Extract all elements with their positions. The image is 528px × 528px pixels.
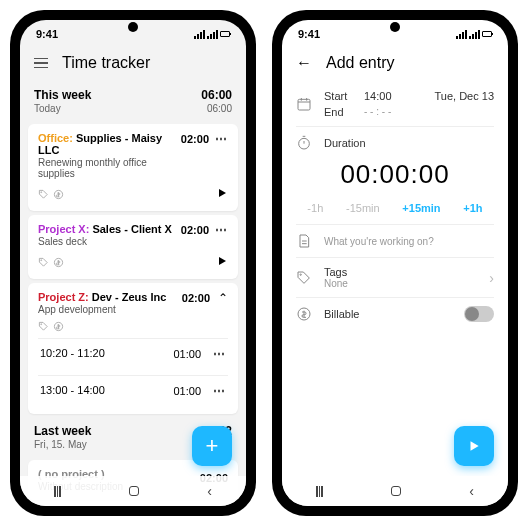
section-title: This week — [34, 88, 91, 102]
billable-icon — [53, 321, 64, 332]
phone-frame-left: 9:41 Time tracker This week Today 06:00 … — [10, 10, 256, 516]
stopwatch-icon — [296, 135, 312, 151]
more-icon[interactable]: ⋯ — [213, 347, 226, 361]
billable-toggle[interactable] — [464, 306, 494, 322]
sub-entry[interactable]: 10:20 - 11:20 01:00 ⋯ — [38, 338, 228, 369]
entry-card-expanded[interactable]: Project Z: Dev - Zeus Inc App developmen… — [28, 283, 238, 414]
chevron-right-icon: › — [489, 270, 494, 286]
entry-title: Project Z: Dev - Zeus Inc — [38, 291, 166, 303]
end-time: - - : - - — [364, 106, 404, 118]
home-button[interactable] — [391, 486, 401, 496]
more-icon[interactable]: ⋯ — [213, 384, 226, 398]
battery-icon — [482, 31, 492, 37]
sub-entry[interactable]: 13:00 - 14:00 01:00 ⋯ — [38, 375, 228, 406]
start-date: Tue, Dec 13 — [404, 90, 494, 102]
entry-desc: Renewing monthly office supplies — [38, 157, 181, 179]
home-button[interactable] — [129, 486, 139, 496]
recents-button[interactable] — [316, 486, 323, 497]
entry-desc: App development — [38, 304, 166, 315]
description-field[interactable]: What you're working on? — [282, 225, 508, 257]
adj-plus-15m[interactable]: +15min — [402, 202, 440, 214]
billable-icon — [296, 306, 312, 322]
tags-field[interactable]: Tags None › — [282, 258, 508, 297]
entry-desc: Sales deck — [38, 236, 172, 247]
description-placeholder: What you're working on? — [324, 236, 434, 247]
chevron-up-icon[interactable]: ⌃ — [218, 291, 228, 305]
duration-label: Duration — [324, 137, 366, 149]
start-label: Start — [324, 90, 364, 102]
svg-point-4 — [41, 324, 42, 325]
svg-point-2 — [41, 259, 42, 260]
adj-minus-15m[interactable]: -15min — [346, 202, 380, 214]
billable-label: Billable — [324, 308, 452, 320]
svg-point-0 — [41, 191, 42, 192]
camera-notch — [128, 22, 138, 32]
app-header: Time tracker — [20, 48, 246, 82]
section-header-thisweek: This week Today 06:00 06:00 — [20, 82, 246, 120]
entry-card[interactable]: Office: Supplies - Maisy LLC Renewing mo… — [28, 124, 238, 211]
play-button[interactable] — [216, 253, 228, 271]
more-icon[interactable]: ⋯ — [215, 223, 228, 237]
wifi-icon — [469, 30, 480, 39]
sub-range: 13:00 - 14:00 — [40, 384, 105, 398]
sub-duration: 01:00 — [173, 348, 201, 360]
note-icon — [296, 233, 312, 249]
billable-icon — [53, 189, 64, 200]
duration-value[interactable]: 00:00:00 — [282, 159, 508, 190]
page-title: Add entry — [326, 54, 394, 72]
section-subtitle: Today — [34, 103, 91, 114]
more-icon[interactable]: ⋯ — [215, 132, 228, 146]
section-total: 06:00 — [201, 88, 232, 102]
tags-value: None — [324, 278, 477, 289]
signal-icon — [456, 30, 467, 39]
signal-icon — [194, 30, 205, 39]
wifi-icon — [207, 30, 218, 39]
back-button[interactable]: ‹ — [207, 483, 212, 499]
datetime-field[interactable]: Start 14:00 Tue, Dec 13 End - - : - - — [282, 82, 508, 126]
menu-icon[interactable] — [34, 58, 48, 69]
recents-button[interactable] — [54, 486, 61, 497]
tag-icon — [38, 257, 49, 268]
billable-field[interactable]: Billable — [282, 298, 508, 330]
entry-title: Project X: Sales - Client X — [38, 223, 172, 235]
tag-icon — [38, 189, 49, 200]
svg-point-8 — [300, 274, 301, 275]
start-timer-fab[interactable] — [454, 426, 494, 466]
back-button[interactable]: ‹ — [469, 483, 474, 499]
section-subtitle: Fri, 15. May — [34, 439, 91, 450]
entry-card[interactable]: Project X: Sales - Client X Sales deck 0… — [28, 215, 238, 279]
billable-icon — [53, 257, 64, 268]
adj-plus-1h[interactable]: +1h — [463, 202, 482, 214]
phone-frame-right: 9:41 ← Add entry Start 14:00 Tue, Dec 13… — [272, 10, 518, 516]
tags-label: Tags — [324, 266, 477, 278]
sub-duration: 01:00 — [173, 385, 201, 397]
back-icon[interactable]: ← — [296, 54, 312, 72]
entry-duration: 02:00 — [182, 292, 210, 304]
camera-notch — [390, 22, 400, 32]
clock: 9:41 — [36, 28, 58, 40]
section-title: Last week — [34, 424, 91, 438]
tag-icon — [296, 270, 312, 286]
section-subtotal: 06:00 — [201, 103, 232, 114]
start-time: 14:00 — [364, 90, 404, 102]
play-button[interactable] — [216, 185, 228, 203]
adj-minus-1h[interactable]: -1h — [307, 202, 323, 214]
entry-duration: 02:00 — [181, 133, 209, 145]
tag-icon — [38, 321, 49, 332]
svg-rect-6 — [298, 99, 310, 110]
entry-duration: 02:00 — [181, 224, 209, 236]
add-entry-fab[interactable]: + — [192, 426, 232, 466]
battery-icon — [220, 31, 230, 37]
entry-title: Office: Supplies - Maisy LLC — [38, 132, 181, 156]
clock: 9:41 — [298, 28, 320, 40]
system-nav: ‹ — [282, 476, 508, 506]
calendar-icon — [296, 96, 312, 112]
app-header: ← Add entry — [282, 48, 508, 82]
duration-field: Duration — [282, 127, 508, 151]
duration-adjust: -1h -15min +15min +1h — [282, 198, 508, 224]
page-title: Time tracker — [62, 54, 150, 72]
system-nav: ‹ — [20, 476, 246, 506]
sub-range: 10:20 - 11:20 — [40, 347, 105, 361]
end-label: End — [324, 106, 364, 118]
